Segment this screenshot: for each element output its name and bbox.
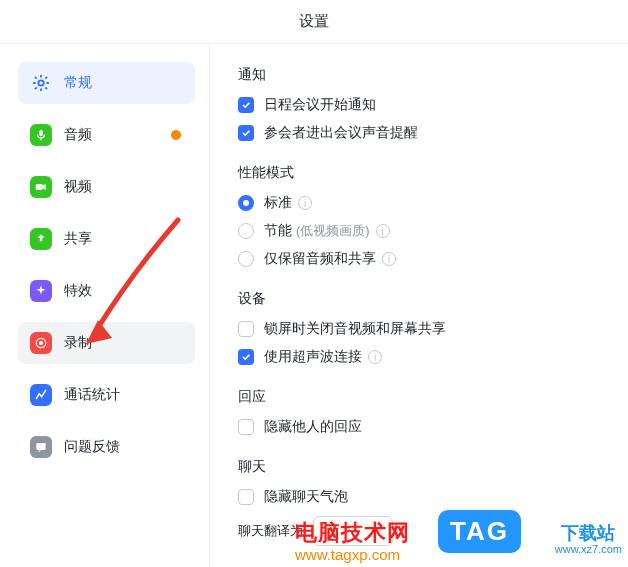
section-chat: 聊天 隐藏聊天气泡 聊天翻译为 — [238, 458, 618, 546]
option-label: 参会者进出会议声音提醒 — [264, 124, 418, 142]
option-label: 使用超声波连接 — [264, 348, 362, 366]
info-icon[interactable]: i — [376, 224, 390, 238]
sparkle-icon — [30, 280, 52, 302]
section-title: 通知 — [238, 66, 618, 84]
info-icon[interactable]: i — [368, 350, 382, 364]
sidebar-item-share[interactable]: 共享 — [18, 218, 195, 260]
content-pane: 通知 日程会议开始通知 参会者进出会议声音提醒 性能模式 标准 i — [210, 44, 628, 567]
translate-select[interactable] — [313, 516, 393, 546]
camera-icon — [30, 176, 52, 198]
stats-icon — [30, 384, 52, 406]
chevron-down-icon — [374, 526, 384, 536]
sidebar-item-general[interactable]: 常规 — [18, 62, 195, 104]
opt-hide-reaction[interactable]: 隐藏他人的回应 — [238, 418, 618, 436]
radio-unchecked-icon — [238, 251, 254, 267]
sidebar-item-effects[interactable]: 特效 — [18, 270, 195, 312]
sidebar-item-feedback[interactable]: 问题反馈 — [18, 426, 195, 468]
option-label: 锁屏时关闭音视频和屏幕共享 — [264, 320, 446, 338]
sidebar-item-audio[interactable]: 音频 — [18, 114, 195, 156]
sidebar-item-label: 视频 — [64, 178, 92, 196]
radio-checked-icon — [238, 195, 254, 211]
radio-unchecked-icon — [238, 223, 254, 239]
svg-point-4 — [39, 341, 43, 345]
share-icon — [30, 228, 52, 250]
sidebar-item-label: 特效 — [64, 282, 92, 300]
mic-icon — [30, 124, 52, 146]
svg-rect-2 — [36, 184, 43, 190]
window-title: 设置 — [0, 0, 628, 44]
section-notify: 通知 日程会议开始通知 参会者进出会议声音提醒 — [238, 66, 618, 142]
opt-standard[interactable]: 标准 i — [238, 194, 618, 212]
section-perf: 性能模式 标准 i 节能 (低视频画质) i 仅保留音频和共享 i — [238, 164, 618, 268]
sidebar-item-label: 通话统计 — [64, 386, 120, 404]
checkbox-unchecked-icon — [238, 489, 254, 505]
option-label: 隐藏聊天气泡 — [264, 488, 348, 506]
svg-rect-1 — [39, 130, 43, 136]
checkbox-unchecked-icon — [238, 321, 254, 337]
option-label: 日程会议开始通知 — [264, 96, 376, 114]
opt-hide-chat[interactable]: 隐藏聊天气泡 — [238, 488, 618, 506]
info-icon[interactable]: i — [382, 252, 396, 266]
sidebar-item-record[interactable]: 录制 — [18, 322, 195, 364]
feedback-icon — [30, 436, 52, 458]
checkbox-checked-icon — [238, 125, 254, 141]
sidebar: 常规 音频 视频 共享 特效 — [0, 44, 210, 567]
opt-eco[interactable]: 节能 (低视频画质) i — [238, 222, 618, 240]
info-icon[interactable]: i — [298, 196, 312, 210]
option-label: 标准 — [264, 194, 292, 212]
option-label: 节能 — [264, 222, 292, 240]
opt-join-sound[interactable]: 参会者进出会议声音提醒 — [238, 124, 618, 142]
sidebar-item-stats[interactable]: 通话统计 — [18, 374, 195, 416]
sidebar-item-label: 问题反馈 — [64, 438, 120, 456]
section-title: 设备 — [238, 290, 618, 308]
section-title: 回应 — [238, 388, 618, 406]
section-title: 性能模式 — [238, 164, 618, 182]
title-text: 设置 — [299, 12, 329, 31]
option-label: 隐藏他人的回应 — [264, 418, 362, 436]
option-label: 仅保留音频和共享 — [264, 250, 376, 268]
opt-lock-screen[interactable]: 锁屏时关闭音视频和屏幕共享 — [238, 320, 618, 338]
option-label: 聊天翻译为 — [238, 522, 303, 540]
sidebar-item-label: 共享 — [64, 230, 92, 248]
notification-dot — [171, 130, 181, 140]
gear-icon — [30, 72, 52, 94]
opt-translate: 聊天翻译为 — [238, 516, 618, 546]
sidebar-item-label: 常规 — [64, 74, 92, 92]
main: 常规 音频 视频 共享 特效 — [0, 44, 628, 567]
checkbox-unchecked-icon — [238, 419, 254, 435]
record-icon — [30, 332, 52, 354]
svg-rect-5 — [36, 443, 45, 450]
section-reaction: 回应 隐藏他人的回应 — [238, 388, 618, 436]
sidebar-item-label: 录制 — [64, 334, 92, 352]
opt-audio-only[interactable]: 仅保留音频和共享 i — [238, 250, 618, 268]
sidebar-item-video[interactable]: 视频 — [18, 166, 195, 208]
svg-point-0 — [38, 80, 43, 85]
section-title: 聊天 — [238, 458, 618, 476]
section-device: 设备 锁屏时关闭音视频和屏幕共享 使用超声波连接 i — [238, 290, 618, 366]
checkbox-checked-icon — [238, 349, 254, 365]
option-sublabel: (低视频画质) — [296, 222, 370, 240]
sidebar-item-label: 音频 — [64, 126, 92, 144]
opt-calendar-notify[interactable]: 日程会议开始通知 — [238, 96, 618, 114]
checkbox-checked-icon — [238, 97, 254, 113]
opt-ultrasonic[interactable]: 使用超声波连接 i — [238, 348, 618, 366]
